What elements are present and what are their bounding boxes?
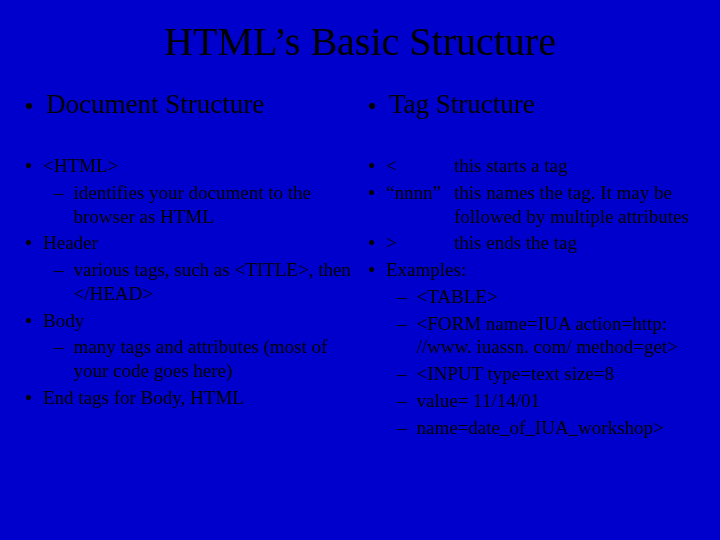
list-subitem: – <TABLE>: [397, 285, 694, 309]
columns: Document Structure <HTML> – identifies y…: [26, 89, 694, 442]
value: this ends the tag: [454, 231, 694, 255]
list-subitem: – <INPUT type=text size=8: [397, 362, 694, 386]
dash-icon: –: [54, 258, 64, 282]
list-item: End tags for Body, HTML: [26, 386, 351, 410]
left-column: Document Structure <HTML> – identifies y…: [26, 89, 351, 442]
dash-icon: –: [397, 389, 407, 413]
item-text: End tags for Body, HTML: [43, 386, 351, 410]
bullet-icon: [369, 267, 374, 272]
bullet-icon: [369, 240, 374, 245]
value: this starts a tag: [454, 154, 694, 178]
bullet-icon: [369, 103, 375, 109]
subitem-text: <FORM name=IUA action=http: //www. iuass…: [417, 312, 695, 360]
item-text: Header: [43, 231, 351, 255]
list-subitem: – various tags, such as <TITLE>, then </…: [54, 258, 351, 306]
list-item: Body: [26, 309, 351, 333]
bullet-icon: [26, 318, 31, 323]
list-item: > this ends the tag: [369, 231, 694, 255]
item-text: > this ends the tag: [386, 231, 694, 255]
item-text: < this starts a tag: [386, 154, 694, 178]
left-heading: Document Structure: [26, 89, 351, 120]
item-text: Examples:: [386, 258, 694, 282]
bullet-icon: [26, 395, 31, 400]
slide: HTML’s Basic Structure Document Structur…: [0, 0, 720, 540]
list-subitem: – name=date_of_IUA_workshop>: [397, 416, 694, 440]
list-subitem: – <FORM name=IUA action=http: //www. iua…: [397, 312, 694, 360]
dash-icon: –: [397, 285, 407, 309]
dash-icon: –: [397, 416, 407, 440]
list-item: Header: [26, 231, 351, 255]
subitem-text: various tags, such as <TITLE>, then </HE…: [74, 258, 352, 306]
bullet-icon: [26, 240, 31, 245]
bullet-icon: [369, 190, 374, 195]
dash-icon: –: [54, 335, 64, 359]
list-subitem: – value= 11/14/01: [397, 389, 694, 413]
right-heading: Tag Structure: [369, 89, 694, 120]
key: >: [386, 231, 454, 255]
subitem-text: identifies your document to the browser …: [74, 181, 352, 229]
right-column: Tag Structure < this starts a tag “nnnn”…: [369, 89, 694, 442]
key: <: [386, 154, 454, 178]
list-subitem: – identifies your document to the browse…: [54, 181, 351, 229]
item-text: Body: [43, 309, 351, 333]
list-item: < this starts a tag: [369, 154, 694, 178]
dash-icon: –: [397, 312, 407, 336]
slide-title: HTML’s Basic Structure: [26, 18, 694, 65]
subitem-text: name=date_of_IUA_workshop>: [417, 416, 695, 440]
item-text: <HTML>: [43, 154, 351, 178]
item-text: “nnnn” this names the tag. It may be fol…: [386, 181, 694, 229]
list-item: <HTML>: [26, 154, 351, 178]
subitem-text: value= 11/14/01: [417, 389, 695, 413]
subitem-text: <TABLE>: [417, 285, 695, 309]
list-item: “nnnn” this names the tag. It may be fol…: [369, 181, 694, 229]
left-heading-text: Document Structure: [46, 89, 351, 120]
dash-icon: –: [397, 362, 407, 386]
subitem-text: <INPUT type=text size=8: [417, 362, 695, 386]
dash-icon: –: [54, 181, 64, 205]
right-heading-text: Tag Structure: [389, 89, 694, 120]
bullet-icon: [369, 163, 374, 168]
list-subitem: – many tags and attributes (most of your…: [54, 335, 351, 383]
list-item: Examples:: [369, 258, 694, 282]
key: “nnnn”: [386, 181, 454, 229]
subitem-text: many tags and attributes (most of your c…: [74, 335, 352, 383]
bullet-icon: [26, 103, 32, 109]
value: this names the tag. It may be followed b…: [454, 181, 694, 229]
bullet-icon: [26, 163, 31, 168]
